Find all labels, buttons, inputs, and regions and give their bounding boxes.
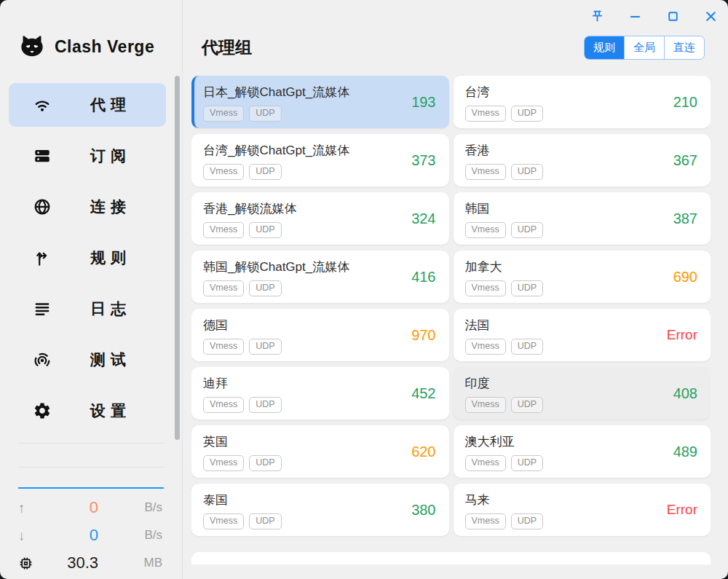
proxy-card[interactable]: 加拿大 Vmess UDP 690	[454, 251, 711, 303]
proxy-tags: Vmess UDP	[203, 397, 438, 413]
proxy-tags: Vmess UDP	[203, 339, 438, 355]
pushpin-icon	[590, 9, 605, 24]
traffic-stats: ↑ 0 B/s ↓ 0 B/s 30.3 MB	[18, 494, 162, 577]
proxy-card[interactable]: 德国 Vmess UDP 970	[191, 309, 449, 361]
next-group-card-partial[interactable]	[191, 552, 711, 564]
tab-direct-mode[interactable]: 直连	[664, 36, 704, 59]
proxy-tags: Vmess UDP	[203, 222, 438, 238]
udp-badge: UDP	[511, 280, 543, 296]
download-value: 0	[39, 526, 98, 545]
proxy-card[interactable]: 日本_解锁ChatGpt_流媒体 Vmess UDP 193	[191, 76, 449, 128]
proxy-name: 加拿大	[465, 259, 700, 275]
udp-badge: UDP	[249, 513, 281, 529]
close-button[interactable]	[702, 7, 719, 25]
sidebar-scrollbar[interactable]	[175, 76, 180, 440]
maximize-button[interactable]	[664, 7, 681, 25]
proxy-name: 日本_解锁ChatGpt_流媒体	[203, 84, 438, 101]
proxy-card[interactable]: 香港_解锁流媒体 Vmess UDP 324	[191, 192, 449, 245]
proxy-tags: Vmess UDP	[465, 397, 700, 413]
sidebar-item-connections[interactable]: 连接	[9, 185, 166, 229]
proxy-card[interactable]: 韩国_解锁ChatGpt_流媒体 Vmess UDP 416	[191, 251, 449, 303]
pin-button[interactable]	[588, 7, 606, 25]
proxy-name: 韩国	[465, 200, 700, 217]
cpu-chip-icon	[18, 556, 39, 571]
proxy-name: 台湾_解锁ChatGpt_流媒体	[203, 142, 438, 159]
proxy-card[interactable]: 英国 Vmess UDP 620	[191, 425, 449, 478]
sidebar-item-label: 规则	[90, 248, 131, 268]
proxy-name: 香港	[465, 142, 700, 159]
udp-badge: UDP	[511, 397, 543, 413]
proxy-tags: Vmess UDP	[465, 164, 700, 180]
close-icon	[703, 9, 719, 24]
sidebar-item-label: 设置	[90, 401, 131, 421]
sidebar-item-settings[interactable]: 设置	[9, 389, 166, 433]
protocol-badge: Vmess	[465, 280, 506, 296]
protocol-badge: Vmess	[465, 339, 506, 355]
proxy-name: 香港_解锁流媒体	[203, 200, 438, 217]
udp-badge: UDP	[249, 397, 281, 413]
proxy-card[interactable]: 台湾 Vmess UDP 210	[454, 76, 711, 128]
minimize-icon	[628, 9, 643, 24]
app-title: Clash Verge	[55, 37, 154, 57]
latency-value: 380	[411, 502, 435, 519]
proxy-tags: Vmess UDP	[203, 455, 438, 471]
sidebar-item-profiles[interactable]: 订阅	[9, 134, 166, 178]
traffic-gridline	[18, 443, 164, 444]
proxy-name: 印度	[465, 375, 700, 392]
latency-value: 489	[673, 444, 697, 460]
udp-badge: UDP	[249, 106, 281, 122]
sidebar-item-logs[interactable]: 日志	[9, 287, 166, 331]
proxy-card[interactable]: 台湾_解锁ChatGpt_流媒体 Vmess UDP 373	[191, 134, 449, 186]
tab-global-mode[interactable]: 全局	[624, 36, 664, 59]
proxy-tags: Vmess UDP	[465, 280, 700, 296]
proxy-card[interactable]: 香港 Vmess UDP 367	[454, 134, 711, 186]
udp-badge: UDP	[511, 106, 543, 122]
latency-value: 620	[411, 444, 435, 460]
protocol-badge: Vmess	[203, 222, 244, 238]
proxy-list-viewport: 日本_解锁ChatGpt_流媒体 Vmess UDP 193 台湾 Vmess …	[191, 70, 711, 564]
proxy-name: 澳大利亚	[465, 433, 700, 450]
titlebar-controls	[588, 7, 719, 25]
arrow-up-icon: ↑	[18, 501, 39, 515]
proxy-card[interactable]: 泰国 Vmess UDP 380	[191, 484, 449, 536]
latency-value: 367	[673, 152, 697, 169]
sidebar-item-proxies[interactable]: 代理	[9, 83, 166, 127]
proxy-name: 德国	[203, 317, 438, 334]
protocol-badge: Vmess	[465, 513, 506, 529]
fork-icon	[33, 248, 52, 267]
latency-value: 193	[411, 94, 435, 111]
proxy-card[interactable]: 澳大利亚 Vmess UDP 489	[454, 425, 711, 478]
proxy-card[interactable]: 马来 Vmess UDP Error	[454, 484, 711, 536]
udp-badge: UDP	[511, 339, 543, 355]
udp-badge: UDP	[511, 164, 543, 180]
proxy-name: 法国	[465, 317, 700, 334]
proxy-card[interactable]: 迪拜 Vmess UDP 452	[191, 367, 449, 420]
traffic-graph-line	[18, 487, 164, 489]
proxy-tags: Vmess UDP	[465, 106, 700, 122]
main-area: 代理组 规则 全局 直连 日本_解锁ChatGpt_流媒体 Vmess UDP …	[182, 0, 728, 579]
globe-icon	[33, 197, 52, 216]
proxy-name: 台湾	[465, 84, 700, 101]
download-row: ↓ 0 B/s	[18, 521, 162, 549]
sidebar-item-test[interactable]: 测试	[9, 338, 166, 382]
udp-badge: UDP	[249, 222, 281, 238]
protocol-badge: Vmess	[203, 397, 244, 413]
log-lines-icon	[33, 299, 52, 318]
sidebar-item-label: 日志	[90, 299, 131, 319]
protocol-badge: Vmess	[465, 106, 506, 122]
tab-rule-mode[interactable]: 规则	[585, 36, 624, 59]
proxy-name: 韩国_解锁ChatGpt_流媒体	[203, 259, 438, 275]
proxy-card[interactable]: 法国 Vmess UDP Error	[454, 309, 711, 361]
minimize-button[interactable]	[626, 7, 644, 25]
tethering-icon	[33, 350, 52, 369]
latency-value: 210	[673, 94, 697, 111]
proxy-card[interactable]: 韩国 Vmess UDP 387	[454, 192, 711, 245]
wifi-icon	[33, 95, 52, 114]
sidebar-item-rules[interactable]: 规则	[9, 236, 166, 280]
protocol-badge: Vmess	[203, 164, 244, 180]
mode-tabs: 规则 全局 直连	[584, 36, 705, 60]
latency-value: Error	[667, 327, 697, 343]
sidebar-item-label: 代理	[90, 95, 131, 115]
proxy-card[interactable]: 印度 Vmess UDP 408	[454, 367, 711, 420]
download-unit: B/s	[98, 528, 162, 543]
